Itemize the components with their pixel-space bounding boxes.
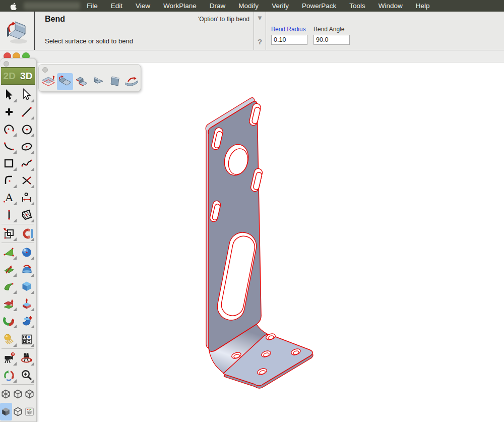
panel-collapse-arrow-icon[interactable]: ▼ — [257, 15, 263, 21]
panel-side-column: ▼ ? — [254, 12, 266, 50]
palette-divider — [2, 348, 34, 349]
tool-line[interactable] — [18, 103, 35, 120]
toggle-3d-label[interactable]: 3D — [20, 71, 32, 82]
palette-divider — [2, 330, 34, 330]
submenu-corner — [31, 185, 34, 188]
bend-angle-input[interactable] — [313, 35, 350, 45]
display-mode-shaded[interactable] — [0, 403, 12, 420]
palette-close-button[interactable] — [4, 61, 9, 67]
tool-walkthrough-camera[interactable] — [18, 349, 35, 367]
tool-boolean-add[interactable] — [18, 312, 35, 329]
submenu-corner — [31, 237, 34, 241]
tool-dimension[interactable] — [18, 189, 35, 206]
tool-move-copy[interactable] — [0, 225, 18, 242]
submenu-corner — [31, 167, 34, 171]
unbend-icon — [124, 75, 139, 89]
tool-options-panel: Bend 'Option' to flip bend Select surfac… — [0, 12, 504, 50]
menu-powerpack[interactable]: PowerPack — [295, 2, 343, 10]
tool-direct-edit-arrow[interactable] — [18, 86, 35, 103]
menu-workplane[interactable]: WorkPlane — [157, 2, 203, 10]
tool-select-arrow[interactable] — [0, 86, 18, 103]
tool-magnet-bend[interactable] — [18, 225, 35, 242]
menu-verify[interactable]: Verify — [265, 2, 295, 10]
tool-point[interactable] — [0, 103, 18, 120]
tool-dome-surface[interactable] — [18, 261, 35, 278]
tool-curve[interactable] — [0, 138, 18, 155]
flat-sheet-icon — [107, 75, 122, 89]
help-button[interactable]: ? — [258, 37, 262, 46]
sm-tool-unbend[interactable] — [123, 73, 140, 90]
sm-tool-bend[interactable] — [57, 73, 73, 90]
sm-tool-fold[interactable] — [90, 73, 106, 90]
tool-circle[interactable] — [18, 120, 35, 138]
submenu-corner — [13, 273, 17, 277]
submenu-corner — [31, 133, 34, 137]
bend-icon-graphic — [3, 17, 31, 45]
display-mode-wireframe-all[interactable] — [0, 385, 12, 403]
submenu-corner — [31, 219, 34, 222]
menu-modify[interactable]: Modify — [232, 2, 265, 10]
tool-viewports[interactable] — [18, 331, 35, 348]
tool-spline[interactable] — [18, 155, 35, 172]
menu-view[interactable]: View — [129, 2, 157, 10]
shaded-wireframe-icon — [13, 406, 23, 417]
palette-divider — [2, 224, 34, 224]
palette-divider — [2, 243, 34, 243]
tool-ellipse[interactable] — [18, 138, 35, 155]
tool-sweep-surface[interactable] — [0, 278, 18, 295]
submenu-corner — [13, 256, 17, 260]
menu-file[interactable]: File — [80, 2, 104, 10]
menu-window[interactable]: Window — [372, 2, 409, 10]
sm-tool-unfold[interactable] — [40, 73, 56, 90]
submenu-corner — [13, 343, 17, 347]
submenu-corner — [31, 379, 34, 383]
toggle-2d-label[interactable]: 2D — [4, 71, 16, 82]
drawing-canvas[interactable] — [0, 62, 504, 422]
tool-sphere[interactable] — [18, 244, 35, 261]
sm-tool-flat-sheet[interactable] — [107, 73, 123, 90]
tool-box-solid[interactable] — [18, 278, 35, 295]
main-tool-palette: 2D 3D — [0, 58, 37, 422]
panel-hint: 'Option' to flip bend — [198, 16, 249, 23]
2d-3d-toggle[interactable]: 2D 3D — [1, 67, 35, 85]
tool-hatch[interactable] — [18, 206, 35, 223]
tool-surface-triangle[interactable] — [0, 244, 18, 261]
display-mode-render-preview[interactable] — [24, 403, 36, 420]
submenu-corner — [31, 99, 34, 102]
submenu-corner — [13, 237, 17, 241]
bend-radius-input[interactable] — [271, 35, 307, 45]
menu-draw[interactable]: Draw — [203, 2, 232, 10]
tool-fillet[interactable] — [0, 172, 18, 189]
tool-text[interactable]: A — [0, 189, 18, 206]
submenu-corner — [13, 325, 17, 328]
tool-extrude[interactable] — [18, 295, 35, 312]
submenu-corner — [13, 202, 17, 205]
display-mode-wireframe[interactable] — [12, 385, 24, 403]
tool-arc[interactable] — [0, 120, 18, 138]
menu-tools[interactable]: Tools — [343, 2, 372, 10]
menu-help[interactable]: Help — [409, 2, 436, 10]
display-mode-hidden-line[interactable] — [24, 385, 36, 403]
tool-render[interactable] — [0, 331, 18, 348]
tool-camera[interactable] — [0, 349, 18, 367]
tool-rotate-view[interactable] — [0, 367, 18, 384]
submenu-corner — [13, 308, 17, 311]
sm-tool-z-bend[interactable] — [74, 73, 90, 90]
tool-segment[interactable] — [0, 206, 18, 223]
submenu-corner — [31, 116, 34, 119]
tool-revolve[interactable] — [0, 312, 18, 329]
menu-edit[interactable]: Edit — [104, 2, 129, 10]
tool-rectangle[interactable] — [0, 155, 18, 172]
apple-logo-icon — [10, 2, 17, 10]
submenu-corner — [13, 167, 17, 171]
submenu-corner — [31, 290, 34, 294]
tool-bend-surface[interactable] — [0, 261, 18, 278]
bend-radius-field: Bend Radius — [271, 26, 307, 50]
tool-trim[interactable] — [18, 172, 35, 189]
tool-zoom-in[interactable] — [18, 367, 35, 384]
tool-loft[interactable] — [0, 295, 18, 312]
sheet-metal-part[interactable] — [206, 98, 313, 388]
display-mode-shaded-wireframe[interactable] — [12, 403, 24, 420]
palette-close-button[interactable] — [42, 67, 48, 73]
apple-menu[interactable] — [10, 2, 18, 10]
